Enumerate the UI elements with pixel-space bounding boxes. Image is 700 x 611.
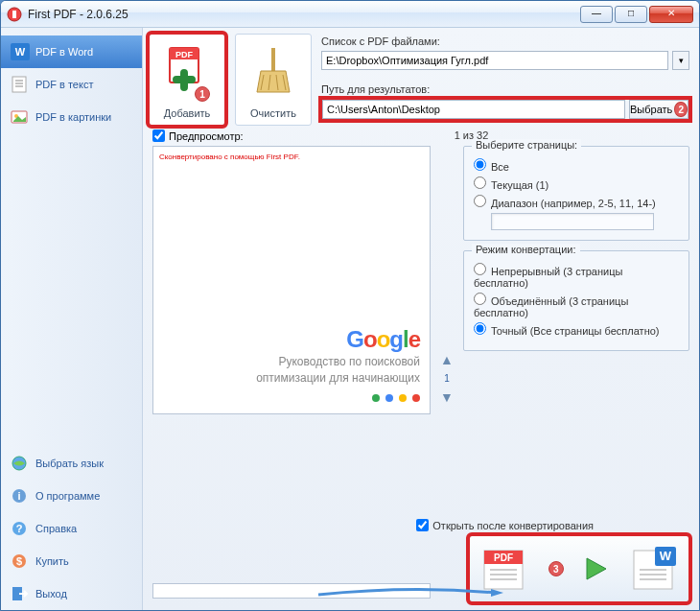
choose-output-button[interactable]: Выбрать 2 bbox=[629, 100, 688, 119]
step-badge-3: 3 bbox=[548, 561, 564, 576]
open-after-label: Открыть после конвертирования bbox=[432, 520, 594, 531]
arrow-icon bbox=[314, 587, 505, 599]
add-pdf-icon: PDF 1 bbox=[160, 35, 214, 107]
pages-legend: Выберите страницы: bbox=[472, 139, 581, 151]
preview-document: Google Руководство по поисковой оптимиза… bbox=[163, 326, 420, 404]
sidebar-item-label: PDF в картинки bbox=[35, 111, 111, 123]
mode-exact-option[interactable]: Точный (Все страницы бесплатно) bbox=[474, 322, 679, 337]
current-page: 1 bbox=[444, 373, 450, 384]
minimize-button[interactable]: — bbox=[580, 6, 613, 23]
watermark-text: Сконвертировано с помощью First PDF. bbox=[159, 153, 424, 161]
help-icon: ? bbox=[11, 520, 30, 537]
svg-text:PDF: PDF bbox=[494, 552, 513, 563]
word-doc-icon: W bbox=[628, 545, 680, 593]
play-icon bbox=[581, 554, 610, 583]
svg-rect-1 bbox=[12, 11, 16, 18]
pages-fieldset: Выберите страницы: Все Текущая (1) Диапа… bbox=[463, 146, 689, 241]
exit-icon bbox=[11, 585, 30, 602]
sidebar-item-pdf-to-images[interactable]: PDF в картинки bbox=[1, 101, 142, 133]
sidebar-item-label: Выбрать язык bbox=[35, 458, 104, 469]
file-fields: Список с PDF файлами: ▾ Путь для результ… bbox=[321, 34, 689, 120]
preview-header-row: Предпросмотр: 1 из 32 bbox=[143, 129, 699, 146]
svg-rect-4 bbox=[12, 77, 26, 92]
mode-fieldset: Режим конвертации: Непрерывный (3 страни… bbox=[463, 250, 689, 351]
add-button-label: Добавить bbox=[164, 107, 211, 119]
choose-output-label: Выбрать bbox=[630, 104, 672, 115]
svg-text:W: W bbox=[660, 549, 672, 563]
file-list-dropdown[interactable]: ▾ bbox=[672, 51, 689, 70]
convert-button[interactable]: PDF 3 W bbox=[469, 535, 689, 602]
main-panel: PDF 1 Добавить bbox=[143, 28, 699, 610]
svg-text:?: ? bbox=[16, 523, 23, 534]
step-badge-2: 2 bbox=[674, 102, 688, 117]
window-controls: — □ ✕ bbox=[580, 6, 693, 23]
pages-range-option[interactable]: Диапазон (например, 2-5, 11, 14-) bbox=[474, 195, 679, 209]
pages-current-option[interactable]: Текущая (1) bbox=[474, 176, 679, 191]
window-title: First PDF - 2.0.6.25 bbox=[28, 8, 580, 21]
preview-checkbox-label: Предпросмотр: bbox=[169, 130, 244, 142]
sidebar-item-help[interactable]: ? Справка bbox=[1, 512, 142, 545]
color-dots bbox=[163, 394, 420, 404]
info-icon: i bbox=[11, 487, 30, 505]
images-icon bbox=[11, 108, 30, 126]
file-list-input[interactable] bbox=[321, 51, 668, 70]
maximize-button[interactable]: □ bbox=[615, 6, 647, 23]
word-icon: W bbox=[11, 43, 30, 60]
doc-title-line1: Руководство по поисковой bbox=[163, 355, 420, 370]
text-icon bbox=[11, 76, 30, 93]
svg-rect-21 bbox=[271, 48, 275, 71]
broom-icon bbox=[249, 35, 297, 107]
sidebar-item-label: Выход bbox=[35, 588, 67, 599]
sidebar: W PDF в Word PDF в текст PDF в картинки … bbox=[1, 28, 143, 610]
mode-continuous-option[interactable]: Непрерывный (3 страницы бесплатно) bbox=[474, 263, 679, 289]
doc-title-line2: оптимизации для начинающих bbox=[163, 371, 420, 387]
output-path-input[interactable] bbox=[322, 100, 625, 119]
page-up-icon[interactable]: ▲ bbox=[440, 352, 454, 367]
add-button[interactable]: PDF 1 Добавить bbox=[149, 34, 225, 126]
sidebar-item-pdf-to-text[interactable]: PDF в текст bbox=[1, 68, 142, 101]
preview-checkbox[interactable]: Предпросмотр: bbox=[152, 129, 244, 142]
sidebar-item-label: Справка bbox=[35, 523, 77, 534]
sidebar-item-label: PDF в текст bbox=[35, 79, 93, 90]
step-badge-1: 1 bbox=[195, 86, 210, 102]
sidebar-item-exit[interactable]: Выход bbox=[1, 577, 142, 610]
app-icon bbox=[7, 7, 22, 22]
google-logo: Google bbox=[163, 326, 420, 353]
output-path-label: Путь для результатов: bbox=[321, 83, 689, 95]
pdf-doc-icon: PDF bbox=[478, 545, 530, 593]
svg-text:$: $ bbox=[16, 555, 22, 567]
pages-all-option[interactable]: Все bbox=[474, 158, 679, 173]
clear-button[interactable]: Очистить bbox=[235, 34, 312, 126]
app-window: First PDF - 2.0.6.25 — □ ✕ W PDF в Word … bbox=[0, 0, 700, 611]
preview-pane: Сконвертировано с помощью First PDF. Goo… bbox=[152, 146, 431, 414]
bottom-row: Открыть после конвертирования PDF 3 bbox=[296, 519, 689, 602]
sidebar-item-label: Купить bbox=[35, 555, 69, 567]
close-button[interactable]: ✕ bbox=[649, 6, 693, 23]
top-row: PDF 1 Добавить bbox=[143, 28, 699, 129]
open-after-checkbox[interactable]: Открыть после конвертирования bbox=[416, 519, 594, 531]
clear-button-label: Очистить bbox=[250, 107, 296, 119]
page-down-icon[interactable]: ▼ bbox=[440, 389, 454, 405]
globe-icon bbox=[11, 455, 30, 472]
sidebar-item-buy[interactable]: $ Купить bbox=[1, 545, 142, 577]
sidebar-item-label: О программе bbox=[35, 490, 100, 502]
content-area: W PDF в Word PDF в текст PDF в картинки … bbox=[1, 28, 699, 610]
sidebar-item-label: PDF в Word bbox=[35, 46, 93, 58]
svg-text:i: i bbox=[17, 490, 20, 502]
titlebar[interactable]: First PDF - 2.0.6.25 — □ ✕ bbox=[1, 1, 699, 28]
sidebar-item-pdf-to-word[interactable]: W PDF в Word bbox=[1, 35, 142, 68]
mode-merged-option[interactable]: Объединённый (3 страницы бесплатно) bbox=[474, 293, 679, 318]
file-list-label: Список с PDF файлами: bbox=[321, 35, 689, 47]
svg-text:PDF: PDF bbox=[175, 50, 194, 59]
buy-icon: $ bbox=[11, 552, 30, 570]
open-after-checkbox-input[interactable] bbox=[416, 519, 429, 531]
preview-checkbox-input[interactable] bbox=[152, 129, 165, 142]
svg-text:W: W bbox=[15, 46, 26, 58]
pages-range-input[interactable] bbox=[491, 213, 654, 230]
mode-legend: Режим конвертации: bbox=[472, 244, 580, 255]
sidebar-item-language[interactable]: Выбрать язык bbox=[1, 447, 142, 480]
sidebar-item-about[interactable]: i О программе bbox=[1, 480, 142, 512]
